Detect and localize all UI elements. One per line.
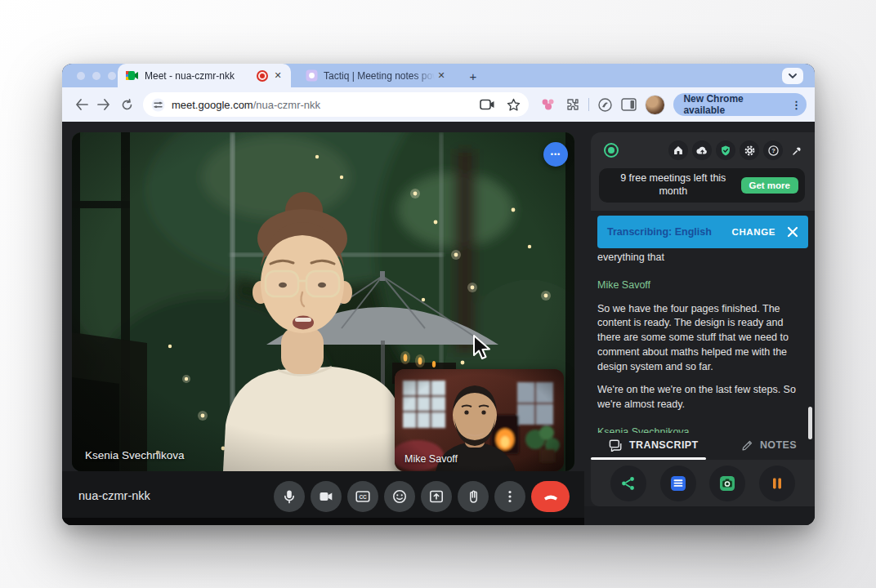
share-icon: [620, 475, 637, 492]
present-button[interactable]: [421, 481, 452, 512]
back-button[interactable]: [70, 93, 93, 116]
screenshot-button[interactable]: [709, 466, 745, 501]
pause-icon: [770, 476, 784, 491]
pencil-icon: [741, 439, 753, 452]
tactiq-panel: ? 9 free meetings left this month: [584, 122, 815, 525]
raise-hand-button[interactable]: [458, 481, 489, 512]
browser-menu-icon[interactable]: ⋮: [791, 99, 802, 111]
close-tab-icon[interactable]: ✕: [435, 69, 448, 82]
google-docs-button[interactable]: [660, 466, 696, 501]
profile-avatar[interactable]: [645, 95, 665, 115]
cloud-upload-button[interactable]: [692, 140, 712, 160]
panel-tabs: TRANSCRIPT NOTES: [591, 430, 815, 460]
settings-button[interactable]: [740, 140, 759, 160]
chrome-update-button[interactable]: New Chrome available ⋮: [673, 93, 807, 116]
tab-transcript-label: TRANSCRIPT: [629, 439, 699, 451]
tab-meet[interactable]: Meet - nua-czmr-nkk ✕: [118, 64, 291, 87]
tab-title: Tactiq | Meeting notes powe: [324, 70, 435, 82]
floating-dots-badge[interactable]: •••: [543, 142, 568, 167]
emoji-smile-icon: [391, 488, 408, 505]
tab-notes-label: NOTES: [760, 439, 797, 451]
browser-window: Meet - nua-czmr-nkk ✕ Tactiq | Meeting n…: [62, 64, 815, 525]
gear-icon: [744, 145, 756, 157]
tab-title: Meet - nua-czmr-nkk: [145, 70, 253, 82]
forward-button[interactable]: [93, 93, 116, 116]
svg-text:CC: CC: [359, 494, 367, 500]
extensions-puzzle-icon[interactable]: [565, 97, 580, 113]
url-host: meet.google.com: [172, 99, 253, 111]
quota-text: 9 free meetings left this month: [610, 172, 736, 198]
transcript-speaker: Mike Savoff: [597, 278, 803, 293]
window-controls[interactable]: [77, 72, 116, 80]
transcript-partial-line: everything that: [597, 251, 803, 265]
share-button[interactable]: [610, 466, 646, 501]
tactiq-logo: [604, 143, 619, 158]
pin-icon: [791, 145, 803, 157]
dots-glyph: •••: [551, 150, 561, 158]
reactions-button[interactable]: [384, 481, 415, 512]
tactiq-footer: [591, 460, 815, 506]
more-options-button[interactable]: [494, 481, 525, 512]
raise-hand-icon: [465, 488, 481, 505]
close-tab-icon[interactable]: ✕: [271, 69, 284, 82]
address-bar[interactable]: meet.google.com/nua-czmr-nkk: [143, 92, 529, 117]
toolbar-divider: [588, 98, 589, 111]
transcribing-banner: Transcribing: English CHANGE: [597, 216, 808, 248]
forward-arrow-icon: [97, 99, 110, 110]
close-window-button[interactable]: [77, 72, 85, 80]
change-language-button[interactable]: CHANGE: [732, 227, 775, 237]
privacy-shield-button[interactable]: [716, 140, 735, 160]
main-participant-name: Ksenia Svechnikova: [85, 449, 185, 461]
zoom-window-button[interactable]: [108, 72, 116, 80]
tab-strip: Meet - nua-czmr-nkk ✕ Tactiq | Meeting n…: [62, 64, 815, 87]
camera-button[interactable]: [311, 481, 342, 512]
chat-bubbles-icon: [609, 439, 623, 452]
pause-recording-button[interactable]: [759, 466, 795, 501]
transcript-paragraph: So we have the four pages finished. The …: [597, 302, 803, 375]
main-video-tile[interactable]: ••• Ksenia Svechnikova: [72, 132, 574, 471]
home-icon: [673, 145, 684, 156]
chevron-down-icon: [789, 74, 797, 78]
refresh-icon: [121, 99, 133, 111]
mouse-cursor: [472, 335, 493, 361]
side-panel-icon[interactable]: [621, 98, 637, 111]
pip-participant-name: Mike Savoff: [404, 453, 458, 465]
microphone-icon: [281, 488, 297, 505]
refresh-button[interactable]: [115, 93, 138, 116]
leave-call-button[interactable]: [531, 481, 570, 512]
new-tab-button[interactable]: +: [466, 69, 480, 83]
meet-control-bar: nua-czmr-nkk: [62, 471, 584, 525]
microphone-button[interactable]: [274, 481, 305, 512]
meet-main-area: ••• Ksenia Svechnikova: [62, 122, 584, 525]
cloud-upload-icon: [696, 145, 708, 155]
camera-icon: [318, 488, 334, 505]
bookmark-star-icon[interactable]: [507, 98, 521, 112]
chrome-update-label: New Chrome available: [683, 93, 786, 116]
transcript-list[interactable]: everything that Mike Savoff So we have t…: [597, 248, 803, 433]
pin-panel-button[interactable]: [787, 140, 807, 160]
tab-capture-camera-icon[interactable]: [480, 99, 495, 110]
svg-text:?: ?: [771, 147, 775, 154]
captions-button[interactable]: CC: [347, 481, 378, 512]
tactiq-header: ? 9 free meetings left this month: [591, 132, 815, 211]
home-button[interactable]: [668, 140, 688, 160]
transcript-paragraph: We're on the we're on the last few steps…: [597, 383, 803, 412]
shield-check-icon: [720, 145, 731, 157]
help-button[interactable]: ?: [763, 140, 783, 160]
panel-bottom-strip: [584, 506, 815, 525]
tab-transcript[interactable]: TRANSCRIPT: [609, 439, 699, 452]
pip-video-tile[interactable]: Mike Savoff: [395, 369, 564, 471]
minimize-window-button[interactable]: [92, 72, 101, 80]
get-more-button[interactable]: Get more: [741, 177, 799, 194]
tab-tactiq[interactable]: Tactiq | Meeting notes powe ✕: [297, 64, 454, 87]
more-vertical-icon: [502, 488, 518, 505]
performance-icon[interactable]: [597, 97, 613, 113]
tab-list-chevron-button[interactable]: [782, 68, 803, 84]
hang-up-icon: [542, 488, 560, 505]
tab-notes[interactable]: NOTES: [741, 439, 797, 452]
close-banner-icon[interactable]: [787, 226, 798, 238]
meet-page: ••• Ksenia Svechnikova: [62, 122, 815, 525]
site-settings-icon[interactable]: [151, 98, 165, 112]
tactiq-extension-icon[interactable]: [540, 97, 556, 112]
back-arrow-icon: [75, 99, 88, 110]
